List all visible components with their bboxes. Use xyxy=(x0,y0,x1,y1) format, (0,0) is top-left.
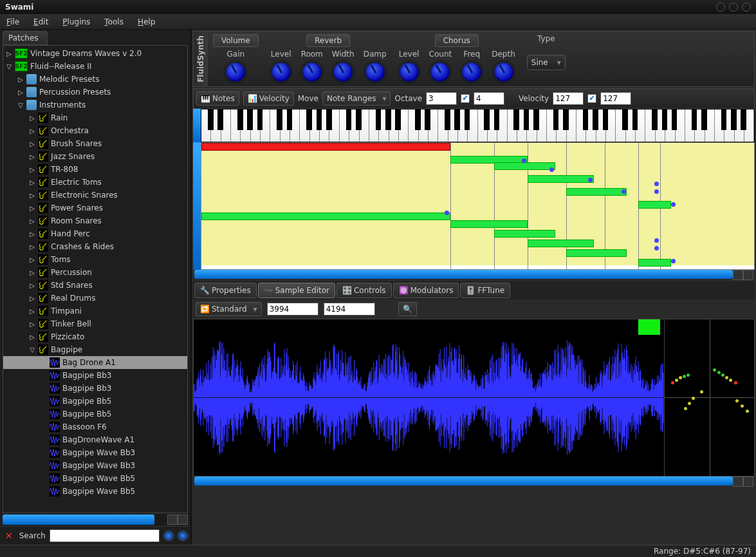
tree-row[interactable]: Brush Snares xyxy=(3,137,187,150)
expand-arrow-icon[interactable] xyxy=(29,321,35,328)
tree-row[interactable]: Bagpipe Bb3 xyxy=(3,382,187,395)
velocity-high-input[interactable] xyxy=(600,92,631,105)
expand-arrow-icon[interactable] xyxy=(29,308,35,315)
expand-arrow-icon[interactable] xyxy=(29,218,35,225)
wave-hscroll[interactable] xyxy=(194,477,753,486)
maximize-button[interactable] xyxy=(729,3,738,12)
expand-arrow-icon[interactable] xyxy=(17,102,24,109)
expand-arrow-icon[interactable] xyxy=(17,76,24,83)
expand-arrow-icon[interactable] xyxy=(29,346,35,354)
tree-row[interactable]: Rain xyxy=(3,111,187,124)
tree-row[interactable]: Bag Drone A1 xyxy=(3,356,187,369)
expand-arrow-icon[interactable] xyxy=(29,334,35,341)
expand-arrow-icon[interactable] xyxy=(29,153,35,160)
tree-row[interactable]: Bagpipe Bb5 xyxy=(3,408,187,420)
expand-arrow-icon[interactable] xyxy=(29,179,35,186)
tree-row[interactable]: Real Drums xyxy=(3,292,187,305)
expand-arrow-icon[interactable] xyxy=(29,205,35,212)
patch-tree[interactable]: SF2Vintage Dreams Waves v 2.0SF2Fluid--R… xyxy=(3,45,188,513)
zone-bar[interactable] xyxy=(201,143,450,151)
tree-row[interactable]: Bagpipe Wave Bb5 xyxy=(3,472,187,485)
knob-gain[interactable] xyxy=(225,61,246,83)
expand-arrow-icon[interactable] xyxy=(29,243,35,250)
tab-controls[interactable]: 🎛️Controls xyxy=(337,283,392,298)
tree-row[interactable]: SF2Fluid--Release II xyxy=(3,60,187,73)
zone-bar[interactable] xyxy=(494,230,555,238)
tree-row[interactable]: Instruments xyxy=(3,99,187,111)
octave-low-input[interactable] xyxy=(426,92,457,105)
tree-row[interactable]: Toms xyxy=(3,253,187,266)
tree-row[interactable]: Percussion xyxy=(3,266,187,279)
knob-count[interactable] xyxy=(429,61,451,83)
velocity-low-input[interactable] xyxy=(553,92,584,105)
piano-keyboard[interactable] xyxy=(201,109,755,142)
menu-edit[interactable]: Edit xyxy=(31,16,51,28)
tree-row[interactable]: Tinker Bell xyxy=(3,317,187,330)
tree-row[interactable]: Bagpipe Wave Bb5 xyxy=(3,485,187,498)
zone-bar[interactable] xyxy=(528,240,594,247)
menu-tools[interactable]: Tools xyxy=(102,16,126,28)
zone-bar[interactable] xyxy=(201,212,450,220)
tree-row[interactable]: Electronic Snares xyxy=(3,189,187,202)
expand-arrow-icon[interactable] xyxy=(6,63,12,70)
loop-marker[interactable] xyxy=(638,319,660,335)
knob-width[interactable] xyxy=(332,61,354,83)
tree-row[interactable]: Pizzicato xyxy=(3,330,187,343)
tree-row[interactable]: Timpani xyxy=(3,305,187,317)
tree-hscroll[interactable] xyxy=(3,515,188,525)
velocity-button[interactable]: 📊Velocity xyxy=(243,91,294,106)
close-button[interactable] xyxy=(742,3,751,12)
expand-arrow-icon[interactable] xyxy=(6,50,12,57)
zones-hscroll[interactable] xyxy=(194,270,753,279)
tree-row[interactable]: Std Snares xyxy=(3,279,187,292)
type-select[interactable]: Sine▾ xyxy=(527,55,566,70)
tree-row[interactable]: Jazz Snares xyxy=(3,150,187,163)
loop-end-input[interactable] xyxy=(324,303,375,316)
patches-tab[interactable]: Patches xyxy=(3,31,48,45)
knob-room[interactable] xyxy=(301,61,323,83)
zone-bar[interactable] xyxy=(566,249,627,257)
zone-bar[interactable] xyxy=(494,162,555,170)
tree-row[interactable]: SF2Vintage Dreams Waves v 2.0 xyxy=(3,47,187,60)
tab-modulators[interactable]: ⚛️Modulators xyxy=(393,283,459,298)
menu-plugins[interactable]: Plugins xyxy=(60,16,93,28)
loop-start-input[interactable] xyxy=(267,303,318,316)
loop-crossfade-view[interactable] xyxy=(664,319,754,476)
tree-row[interactable]: Electric Toms xyxy=(3,176,187,189)
tab-sample-editor[interactable]: 〰️Sample Editor xyxy=(258,283,335,298)
tree-row[interactable]: Hand Perc xyxy=(3,227,187,240)
menu-help[interactable]: Help xyxy=(135,16,158,28)
expand-arrow-icon[interactable] xyxy=(17,89,24,96)
clear-search-icon[interactable]: ✕ xyxy=(3,531,15,541)
search-next-button[interactable] xyxy=(178,531,188,541)
octave-link-check[interactable]: ✔ xyxy=(461,94,470,103)
menu-file[interactable]: File xyxy=(4,16,22,28)
tab-fftune[interactable]: 🎚️FFTune xyxy=(460,283,510,298)
tree-row[interactable]: Percussion Presets xyxy=(3,86,187,99)
tree-row[interactable]: Bassoon F6 xyxy=(3,420,187,433)
expand-arrow-icon[interactable] xyxy=(29,140,35,147)
tree-row[interactable]: Crashes & Rides xyxy=(3,240,187,253)
knob-damp[interactable] xyxy=(364,61,386,83)
tree-row[interactable]: Orchestra xyxy=(3,124,187,137)
zoom-fit-button[interactable]: 🔍 xyxy=(398,302,417,316)
tree-row[interactable]: BagDroneWave A1 xyxy=(3,433,187,446)
note-ranges-select[interactable]: Note Ranges▾ xyxy=(322,91,391,106)
knob-level[interactable] xyxy=(270,61,292,83)
expand-arrow-icon[interactable] xyxy=(29,127,35,135)
notes-button[interactable]: 🎹Notes xyxy=(196,91,239,106)
tree-row[interactable]: Bagpipe Bb5 xyxy=(3,395,187,408)
tree-row[interactable]: Bagpipe Wave Bb3 xyxy=(3,459,187,472)
zone-bar[interactable] xyxy=(638,259,672,267)
tree-row[interactable]: Bagpipe Bb3 xyxy=(3,369,187,382)
tree-row[interactable]: Melodic Presets xyxy=(3,73,187,86)
expand-arrow-icon[interactable] xyxy=(29,269,35,276)
expand-arrow-icon[interactable] xyxy=(29,282,35,289)
zone-editor[interactable] xyxy=(201,142,755,270)
search-input[interactable] xyxy=(50,529,160,542)
loop-mode-select[interactable]: 🔁Standard▾ xyxy=(196,302,262,316)
tree-row[interactable]: TR-808 xyxy=(3,163,187,176)
expand-arrow-icon[interactable] xyxy=(29,295,35,302)
tree-row[interactable]: Power Snares xyxy=(3,202,187,214)
expand-arrow-icon[interactable] xyxy=(29,256,35,263)
